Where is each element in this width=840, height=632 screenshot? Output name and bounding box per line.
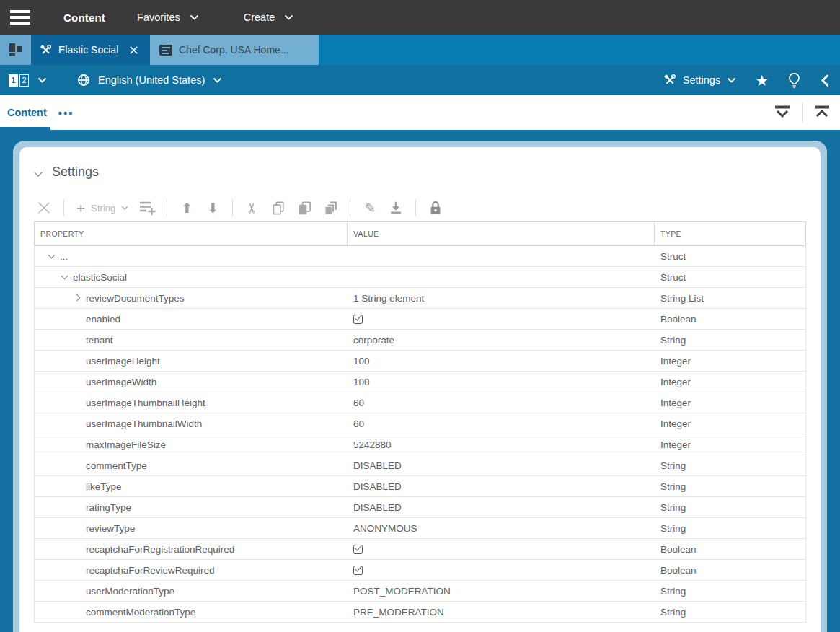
- copy-icon[interactable]: [268, 198, 288, 217]
- checkbox-checked[interactable]: [353, 545, 363, 554]
- chevron-down-icon: [213, 77, 222, 83]
- expand-chevron-icon: [73, 524, 86, 532]
- chevron-down-icon: [727, 77, 736, 83]
- property-name: reviewType: [86, 523, 135, 534]
- tab-bar: Elastic Social Chef Corp. USA Home...: [0, 35, 840, 65]
- property-name: likeType: [86, 481, 122, 492]
- type-cell: Boolean: [655, 560, 805, 580]
- value-cell: 60: [348, 392, 655, 413]
- table-row[interactable]: reviewDocumentTypes 1 String element Str…: [35, 288, 805, 309]
- checkbox-checked[interactable]: [353, 315, 363, 324]
- lightbulb-icon[interactable]: [787, 72, 801, 88]
- property-name: recaptchaForReviewRequired: [86, 565, 215, 576]
- table-row[interactable]: maxImageFileSize 5242880 Integer: [35, 434, 805, 455]
- hamburger-menu-icon[interactable]: [10, 10, 30, 25]
- column-header-property[interactable]: PROPERTY: [35, 222, 348, 245]
- table-row[interactable]: reviewType ANONYMOUS String: [35, 518, 805, 539]
- column-header-type[interactable]: TYPE: [655, 222, 805, 245]
- tools-icon: [40, 44, 52, 56]
- create-menu[interactable]: Create: [244, 12, 294, 23]
- table-row[interactable]: recaptchaForReviewRequired Boolean: [35, 560, 805, 581]
- type-cell: String: [655, 602, 805, 622]
- tab-elastic-social[interactable]: Elastic Social: [31, 35, 150, 65]
- collapse-section-chevron-icon[interactable]: [34, 170, 43, 175]
- add-struct-item-icon[interactable]: [137, 198, 157, 217]
- move-down-icon[interactable]: ⬇: [203, 198, 223, 217]
- type-cell: Struct: [655, 267, 805, 287]
- property-name: commentType: [86, 460, 147, 471]
- expand-chevron-icon[interactable]: [73, 294, 86, 302]
- table-row[interactable]: likeType DISABLED String: [35, 476, 805, 497]
- divider: [167, 200, 167, 216]
- main-area: Settings + String: [0, 130, 840, 632]
- settings-dropdown[interactable]: Settings: [663, 74, 736, 87]
- chevron-down-icon: [121, 206, 128, 210]
- expand-chevron-icon: [73, 587, 86, 595]
- import-download-icon[interactable]: [386, 198, 406, 217]
- table-row[interactable]: userImageThumbnailHeight 60 Integer: [35, 392, 805, 413]
- value-cell: 5242880: [348, 434, 655, 455]
- type-cell: Integer: [655, 413, 805, 434]
- table-row[interactable]: ratingType DISABLED String: [35, 497, 805, 518]
- value-cell: [348, 267, 655, 287]
- expand-chevron-icon: [73, 461, 86, 470]
- more-tabs-dots-icon[interactable]: •••: [58, 107, 74, 119]
- table-row[interactable]: commentModerationType PRE_MODERATION Str…: [35, 602, 805, 623]
- table-row[interactable]: userImageHeight 100 Integer: [35, 351, 805, 372]
- expand-chevron-icon: [73, 398, 86, 407]
- add-property-button[interactable]: + String: [74, 201, 131, 216]
- remove-property-icon[interactable]: [34, 198, 54, 217]
- property-name: commentModerationType: [86, 607, 195, 618]
- property-name: recaptchaForRegistrationRequired: [86, 544, 234, 555]
- paste-special-icon[interactable]: [320, 198, 340, 217]
- value-text: DISABLED: [353, 481, 402, 492]
- property-name: tenant: [86, 335, 113, 346]
- tab-chef-corp-home[interactable]: Chef Corp. USA Home...: [150, 35, 319, 65]
- workarea-tabs: Content •••: [0, 95, 840, 130]
- apps-dashboard-tab[interactable]: [0, 35, 31, 65]
- collapse-panel-up-icon[interactable]: [811, 105, 833, 120]
- table-row[interactable]: userImageThumbnailWidth 60 Integer: [35, 413, 805, 434]
- table-body: ... Struct elasticSocial Struct reviewDo…: [34, 246, 806, 623]
- type-cell: Boolean: [655, 309, 805, 329]
- type-cell: String: [655, 455, 805, 475]
- table-row[interactable]: userModerationType POST_MODERATION Strin…: [35, 581, 805, 602]
- table-row[interactable]: commentType DISABLED String: [35, 455, 805, 476]
- property-cell: ratingType: [35, 497, 348, 517]
- table-row[interactable]: recaptchaForRegistrationRequired Boolean: [35, 539, 805, 560]
- divider: [232, 200, 233, 216]
- expand-chevron-icon[interactable]: [60, 273, 73, 281]
- version-compare-icon[interactable]: 1 2: [9, 74, 29, 87]
- settings-section-header[interactable]: Settings: [34, 147, 806, 180]
- property-name: reviewDocumentTypes: [86, 293, 185, 304]
- tab-content[interactable]: Content: [7, 107, 47, 118]
- expand-panel-down-icon[interactable]: [772, 105, 793, 120]
- section-title: Settings: [52, 164, 99, 180]
- expand-chevron-icon[interactable]: [47, 252, 60, 260]
- value-text: 100: [353, 356, 370, 367]
- locale-selector[interactable]: English (United States): [77, 74, 222, 87]
- table-row[interactable]: enabled Boolean: [35, 309, 805, 330]
- table-row[interactable]: tenant corporate String: [35, 330, 805, 351]
- table-row[interactable]: ... Struct: [35, 246, 805, 267]
- value-cell: 60: [348, 413, 655, 434]
- bookmark-star-icon[interactable]: ★: [755, 73, 769, 88]
- table-row[interactable]: elasticSocial Struct: [35, 267, 805, 288]
- property-cell: reviewType: [35, 518, 348, 538]
- content-app-title[interactable]: Content: [63, 12, 105, 24]
- cut-icon[interactable]: ✂: [242, 198, 262, 217]
- table-row[interactable]: userImageWidth 100 Integer: [35, 372, 805, 392]
- column-header-value[interactable]: VALUE: [348, 222, 655, 245]
- collapse-left-chevron-icon[interactable]: [820, 74, 830, 87]
- move-up-icon[interactable]: ⬆: [177, 198, 197, 217]
- paste-icon[interactable]: [294, 198, 314, 217]
- version-dropdown-chevron-icon[interactable]: [37, 77, 47, 83]
- favorites-menu[interactable]: Favorites: [137, 12, 199, 23]
- value-cell: POST_MODERATION: [348, 581, 655, 601]
- property-name: maxImageFileSize: [86, 439, 166, 450]
- close-tab-icon[interactable]: [129, 45, 138, 55]
- property-name: enabled: [86, 314, 120, 325]
- checkbox-checked[interactable]: [353, 566, 363, 575]
- value-cell: corporate: [348, 330, 655, 350]
- edit-pencil-icon[interactable]: ✎: [360, 198, 380, 217]
